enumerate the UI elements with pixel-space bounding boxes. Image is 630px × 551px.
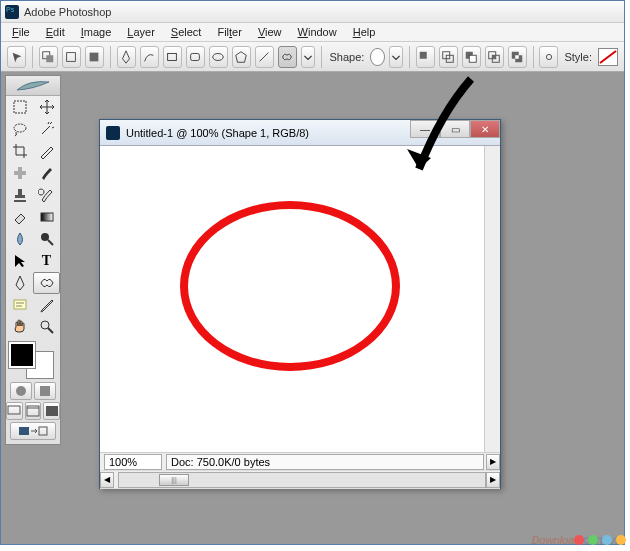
opt-fill-pixels[interactable]	[85, 46, 104, 68]
tool-move[interactable]	[33, 96, 60, 118]
tool-dodge[interactable]	[33, 228, 60, 250]
toolbox-header[interactable]	[6, 76, 60, 96]
tool-eraser[interactable]	[6, 206, 33, 228]
menu-layer[interactable]: Layer	[120, 24, 162, 40]
document-window: Untitled-1 @ 100% (Shape 1, RGB/8) — ▭ ✕…	[99, 119, 501, 489]
tool-notes[interactable]	[6, 294, 33, 316]
tool-slice[interactable]	[33, 140, 60, 162]
tool-lasso[interactable]	[6, 118, 33, 140]
zoom-field[interactable]	[104, 454, 162, 470]
menu-image[interactable]: Image	[74, 24, 119, 40]
close-button[interactable]: ✕	[470, 120, 500, 138]
opt-pen-icon[interactable]	[117, 46, 136, 68]
opt-combine-intersect[interactable]	[485, 46, 504, 68]
tool-hand[interactable]	[6, 316, 33, 338]
tool-crop[interactable]	[6, 140, 33, 162]
style-swatch[interactable]	[598, 48, 618, 66]
shape-picker-dropdown[interactable]	[389, 46, 403, 68]
menu-window[interactable]: Window	[291, 24, 344, 40]
quickmask-mode[interactable]	[34, 382, 56, 400]
shape-swatch[interactable]	[370, 48, 384, 66]
vertical-scrollbar[interactable]	[484, 146, 500, 452]
opt-ellipse-icon[interactable]	[209, 46, 228, 68]
info-menu-arrow[interactable]: ▶	[486, 454, 500, 470]
menu-filter[interactable]: Filter	[210, 24, 248, 40]
opt-polygon-icon[interactable]	[232, 46, 251, 68]
maximize-button[interactable]: ▭	[440, 120, 470, 138]
toolbox-grid: T	[6, 96, 60, 338]
tool-heal[interactable]	[6, 162, 33, 184]
foreground-color[interactable]	[9, 342, 35, 368]
opt-combine-subtract[interactable]	[462, 46, 481, 68]
tool-history-brush[interactable]	[33, 184, 60, 206]
opt-rect-icon[interactable]	[163, 46, 182, 68]
separator	[321, 46, 322, 68]
hscroll-left[interactable]: ◀	[100, 472, 114, 488]
options-bar: Shape: Style:	[1, 42, 624, 72]
opt-freeform-pen-icon[interactable]	[140, 46, 159, 68]
shape-ellipse[interactable]	[180, 201, 400, 371]
svg-rect-3	[90, 52, 99, 61]
color-well[interactable]	[9, 342, 57, 378]
standard-mode[interactable]	[10, 382, 32, 400]
tool-pen[interactable]	[6, 272, 33, 294]
opt-tool-preset[interactable]	[7, 46, 26, 68]
opt-shape-options-dropdown[interactable]	[301, 46, 315, 68]
hscroll-thumb[interactable]: |||	[159, 474, 189, 486]
menu-edit[interactable]: Edit	[39, 24, 72, 40]
opt-shape-layers[interactable]	[39, 46, 58, 68]
quickmask-row	[6, 382, 60, 400]
document-icon	[106, 126, 120, 140]
tool-zoom[interactable]	[33, 316, 60, 338]
svg-rect-9	[420, 51, 427, 58]
hscroll-right[interactable]: ▶	[486, 472, 500, 488]
watermark-dots	[574, 535, 626, 545]
tool-custom-shape[interactable]	[33, 272, 60, 294]
svg-point-6	[213, 53, 224, 60]
opt-link-icon[interactable]	[539, 46, 558, 68]
opt-custom-shape-icon[interactable]	[278, 46, 297, 68]
toolbox: T	[5, 75, 61, 445]
tool-marquee[interactable]	[6, 96, 33, 118]
opt-combine-new[interactable]	[416, 46, 435, 68]
tool-stamp[interactable]	[6, 184, 33, 206]
menu-help[interactable]: Help	[346, 24, 383, 40]
tool-blur[interactable]	[6, 228, 33, 250]
svg-rect-25	[41, 213, 53, 221]
tool-brush[interactable]	[33, 162, 60, 184]
menu-view[interactable]: View	[251, 24, 289, 40]
opt-combine-exclude[interactable]	[508, 46, 527, 68]
menu-file[interactable]: File	[5, 24, 37, 40]
screen-standard[interactable]	[6, 402, 23, 420]
screen-full-menubar[interactable]	[25, 402, 42, 420]
menu-select[interactable]: Select	[164, 24, 209, 40]
tool-wand[interactable]	[33, 118, 60, 140]
app-icon	[5, 5, 19, 19]
opt-line-icon[interactable]	[255, 46, 274, 68]
svg-rect-35	[46, 406, 58, 416]
document-titlebar[interactable]: Untitled-1 @ 100% (Shape 1, RGB/8) — ▭ ✕	[100, 120, 500, 146]
tool-path-select[interactable]	[6, 250, 33, 272]
svg-point-22	[14, 124, 26, 132]
document-statusbar: Doc: 750.0K/0 bytes ▶ ◀ ||| ▶	[100, 452, 500, 488]
window-buttons: — ▭ ✕	[410, 120, 500, 138]
tool-gradient[interactable]	[33, 206, 60, 228]
opt-roundrect-icon[interactable]	[186, 46, 205, 68]
horizontal-scrollbar[interactable]: |||	[118, 472, 486, 488]
doc-info[interactable]: Doc: 750.0K/0 bytes	[166, 454, 484, 470]
opt-combine-add[interactable]	[439, 46, 458, 68]
minimize-button[interactable]: —	[410, 120, 440, 138]
titlebar[interactable]: Adobe Photoshop	[1, 1, 624, 23]
canvas[interactable]	[100, 146, 484, 452]
screenmode-row	[6, 402, 60, 420]
shape-label: Shape:	[330, 51, 365, 63]
tool-type[interactable]: T	[33, 250, 60, 272]
screen-full[interactable]	[43, 402, 60, 420]
svg-line-20	[600, 51, 616, 63]
style-label: Style:	[564, 51, 592, 63]
tool-eyedropper[interactable]	[33, 294, 60, 316]
jump-to-imageready[interactable]	[10, 422, 56, 440]
opt-paths[interactable]	[62, 46, 81, 68]
svg-rect-1	[47, 55, 54, 62]
svg-rect-19	[515, 55, 519, 59]
